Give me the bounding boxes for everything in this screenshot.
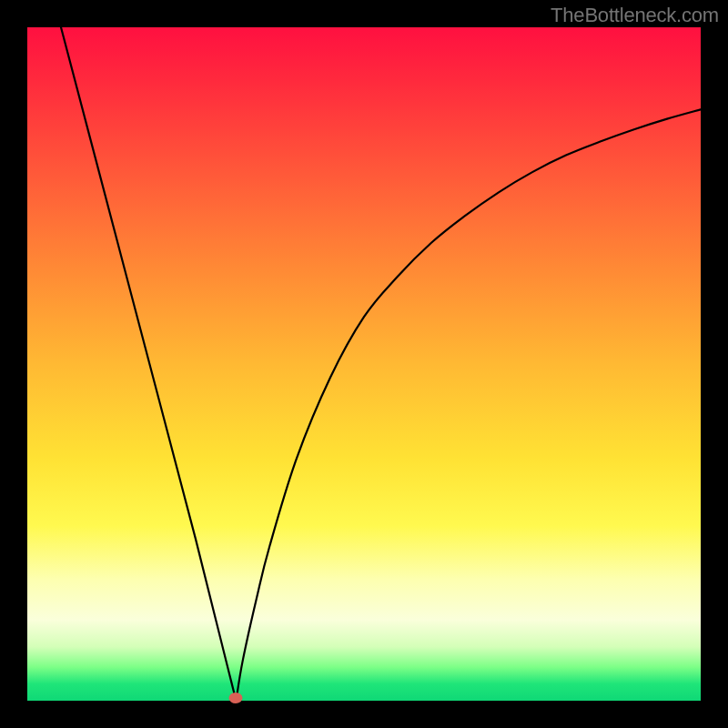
chart-frame: TheBottleneck.com bbox=[0, 0, 728, 728]
watermark-text: TheBottleneck.com bbox=[551, 4, 719, 27]
minimum-marker bbox=[229, 693, 243, 703]
bottleneck-curve bbox=[27, 27, 701, 701]
plot-area bbox=[27, 27, 701, 701]
curve-path bbox=[61, 27, 701, 701]
